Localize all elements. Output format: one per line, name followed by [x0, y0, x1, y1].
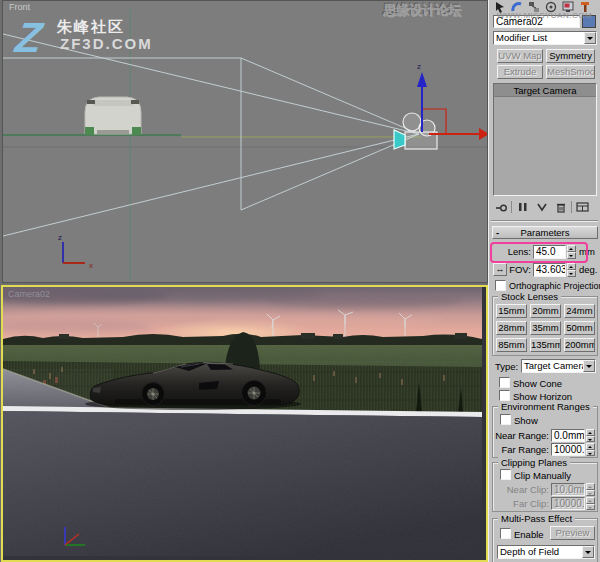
- spinner-down-icon[interactable]: [567, 270, 576, 277]
- remove-modifier-icon: [555, 201, 567, 213]
- fov-value-field[interactable]: 43.603: [533, 263, 566, 277]
- command-panel: Camera02 Modifier List UVW Map Symmetry …: [488, 0, 600, 562]
- preview-button[interactable]: Preview: [550, 526, 595, 540]
- screen: z z x Front: [0, 0, 600, 562]
- camera-viewport-label[interactable]: Camera02: [8, 289, 50, 299]
- lens-28mm-button[interactable]: 28mm: [496, 321, 527, 335]
- orthographic-label: Orthographic Projection: [509, 281, 600, 291]
- show-horizon-checkbox[interactable]: [499, 390, 510, 401]
- chevron-down-icon[interactable]: [582, 546, 594, 558]
- effect-dropdown[interactable]: Depth of Field: [497, 545, 595, 559]
- panel-divider: [491, 220, 598, 222]
- chevron-down-icon[interactable]: [583, 360, 595, 372]
- car-front-view[interactable]: [85, 97, 141, 135]
- axis-x-label: x: [89, 261, 93, 270]
- modifier-stack: Target Camera: [493, 83, 597, 196]
- object-name-field[interactable]: Camera02: [493, 15, 580, 28]
- front-viewport-label[interactable]: Front: [9, 2, 30, 12]
- extrude-button[interactable]: Extrude: [497, 65, 543, 79]
- type-label: Type:: [495, 361, 518, 372]
- far-clip-field[interactable]: 10000.0m: [551, 497, 585, 510]
- tab-motion[interactable]: [543, 0, 559, 13]
- far-range-field[interactable]: 10000.0m: [551, 443, 585, 456]
- modifier-list-dropdown[interactable]: Modifier List: [493, 31, 597, 45]
- tab-hierarchy[interactable]: [526, 0, 542, 13]
- collapse-icon: -: [496, 227, 499, 238]
- fov-spinner[interactable]: [567, 263, 576, 277]
- pin-stack-button[interactable]: [492, 200, 509, 214]
- env-show-checkbox[interactable]: [500, 414, 511, 425]
- tab-display[interactable]: [560, 0, 576, 13]
- lens-85mm-button[interactable]: 85mm: [496, 338, 527, 352]
- fov-unit-label: deg.: [579, 264, 598, 275]
- enable-checkbox[interactable]: [500, 528, 511, 539]
- effect-value: Depth of Field: [500, 546, 559, 557]
- stock-lenses-title: Stock Lenses: [498, 291, 561, 302]
- create-arrow-icon: [494, 1, 506, 13]
- meshsmooth-button[interactable]: MeshSmooth: [546, 65, 595, 79]
- remove-modifier-button[interactable]: [552, 200, 569, 214]
- spinner-down-icon[interactable]: [586, 504, 595, 511]
- lens-24mm-button[interactable]: 24mm: [564, 304, 595, 318]
- multi-pass-effect-group: Multi-Pass Effect Enable Preview Depth o…: [492, 518, 598, 562]
- lens-135mm-button[interactable]: 135mm: [530, 338, 561, 352]
- fov-label: FOV:: [507, 264, 531, 275]
- lens-20mm-button[interactable]: 20mm: [530, 304, 561, 318]
- tab-utilities[interactable]: [577, 0, 593, 13]
- near-range-spinner[interactable]: [586, 429, 595, 442]
- clip-manually-label: Clip Manually: [514, 470, 571, 481]
- far-clip-label: Far Clip:: [495, 498, 549, 509]
- modifier-list-label: Modifier List: [496, 32, 547, 43]
- tab-modify[interactable]: [509, 0, 525, 13]
- spinner-up-icon[interactable]: [567, 263, 576, 270]
- camera-viewport[interactable]: Camera02: [1, 285, 488, 562]
- show-cone-label: Show Cone: [513, 378, 562, 389]
- lens-50mm-button[interactable]: 50mm: [564, 321, 595, 335]
- camera-icon[interactable]: [394, 113, 437, 149]
- stack-item-target-camera[interactable]: Target Camera: [494, 84, 596, 97]
- lens-200mm-button[interactable]: 200mm: [564, 338, 595, 352]
- environment-ranges-group: Environment Ranges Show Near Range: 0.0m…: [492, 406, 598, 458]
- enable-label: Enable: [514, 529, 544, 540]
- spinner-down-icon[interactable]: [586, 436, 595, 443]
- clipping-planes-title: Clipping Planes: [498, 457, 570, 468]
- configure-modifier-sets-button[interactable]: [574, 200, 591, 214]
- spinner-down-icon[interactable]: [586, 450, 595, 457]
- symmetry-button[interactable]: Symmetry: [546, 49, 595, 63]
- parameters-rollout-header[interactable]: - Parameters: [492, 226, 598, 239]
- lens-15mm-button[interactable]: 15mm: [496, 304, 527, 318]
- near-range-label: Near Range:: [495, 430, 549, 441]
- far-range-spinner[interactable]: [586, 443, 595, 456]
- env-show-label: Show: [514, 415, 538, 426]
- hierarchy-icon: [528, 1, 540, 13]
- chevron-down-icon[interactable]: [584, 32, 596, 44]
- show-end-result-icon: [517, 201, 529, 213]
- camera-type-dropdown[interactable]: Target Camera: [521, 359, 596, 373]
- front-viewport[interactable]: z z x Front: [2, 0, 488, 283]
- clipping-planes-group: Clipping Planes Clip Manually Near Clip:…: [492, 462, 598, 512]
- command-panel-tabs: [492, 0, 593, 13]
- tab-create[interactable]: [492, 0, 508, 13]
- near-range-field[interactable]: 0.0mm: [551, 429, 585, 442]
- orthographic-checkbox[interactable]: [495, 280, 506, 291]
- far-clip-spinner[interactable]: [586, 497, 595, 510]
- uvw-map-button[interactable]: UVW Map: [497, 49, 543, 63]
- fov-direction-button[interactable]: ↔: [493, 263, 507, 276]
- gizmo-z-label: z: [417, 62, 421, 71]
- near-clip-field[interactable]: 10.0mm: [551, 483, 585, 496]
- parameters-title: Parameters: [520, 227, 569, 238]
- stack-toolbar: [492, 199, 598, 215]
- show-cone-checkbox[interactable]: [499, 377, 510, 388]
- object-color-swatch[interactable]: [582, 15, 596, 28]
- near-clip-spinner[interactable]: [586, 483, 595, 496]
- camera-type-value: Target Camera: [524, 360, 587, 371]
- front-axis-tripod: z x: [58, 233, 93, 270]
- make-unique-icon: [536, 201, 548, 213]
- stock-lenses-group: Stock Lenses 15mm 20mm 24mm 28mm 35mm 50…: [492, 296, 598, 356]
- utilities-icon: [579, 1, 591, 13]
- show-end-result-button[interactable]: [514, 200, 531, 214]
- clip-manually-checkbox[interactable]: [500, 469, 511, 480]
- spinner-down-icon[interactable]: [586, 490, 595, 497]
- make-unique-button[interactable]: [533, 200, 550, 214]
- lens-35mm-button[interactable]: 35mm: [530, 321, 561, 335]
